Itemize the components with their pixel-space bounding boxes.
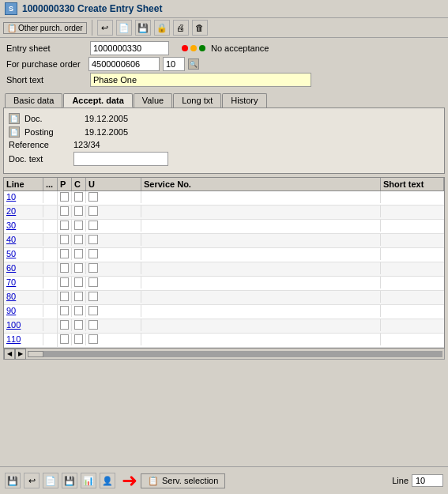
cell-line[interactable]: 80 <box>4 291 43 303</box>
cell-p[interactable] <box>58 277 72 288</box>
cell-line[interactable]: 90 <box>4 305 43 317</box>
short-text-input[interactable] <box>90 73 311 87</box>
bottom-doc-icon[interactable]: 📄 <box>43 473 58 488</box>
cell-c[interactable] <box>72 305 86 317</box>
scroll-right-button[interactable]: ▶ <box>15 349 26 360</box>
cell-line[interactable]: 10 <box>4 191 43 203</box>
cell-c[interactable] <box>72 248 86 260</box>
cell-c[interactable] <box>72 262 86 274</box>
cell-c[interactable] <box>72 319 86 331</box>
cell-short-text <box>4 331 58 334</box>
scroll-thumb[interactable] <box>28 351 43 357</box>
cell-p[interactable] <box>58 319 72 331</box>
cell-u[interactable] <box>86 234 141 246</box>
bottom-user-icon[interactable]: 👤 <box>100 473 115 488</box>
tab-accept-data[interactable]: Accept. data <box>63 93 132 107</box>
cell-line[interactable]: 60 <box>4 262 43 274</box>
cell-p[interactable] <box>58 206 72 217</box>
cell-c[interactable] <box>72 277 86 288</box>
doc-label: Doc. <box>24 114 80 123</box>
reload-icon[interactable]: ↩ <box>97 20 113 36</box>
tab-history[interactable]: History <box>222 93 266 107</box>
cell-line[interactable]: 50 <box>4 248 43 260</box>
cell-p[interactable] <box>58 191 72 203</box>
form-area: Entry sheet No acceptance For purchase o… <box>0 38 448 92</box>
cell-svc-no <box>141 319 381 331</box>
bottom-save2-icon[interactable]: 💾 <box>62 473 77 488</box>
cell-svc-no <box>141 291 381 303</box>
print-icon[interactable]: 🖨 <box>173 20 189 36</box>
scroll-track[interactable] <box>28 351 442 357</box>
bottom-chart-icon[interactable]: 📊 <box>81 473 96 488</box>
cell-u[interactable] <box>86 319 141 331</box>
cell-c[interactable] <box>72 191 86 203</box>
cell-u[interactable] <box>86 206 141 217</box>
table-row: 20 <box>4 206 444 220</box>
line-value-input[interactable] <box>412 474 443 487</box>
cell-u[interactable] <box>86 291 141 303</box>
cell-dots <box>43 248 58 260</box>
cell-p[interactable] <box>58 305 72 317</box>
cell-line[interactable]: 100 <box>4 319 43 331</box>
cell-c[interactable] <box>72 334 86 345</box>
cell-u[interactable] <box>86 191 141 203</box>
cell-svc-no <box>141 262 381 274</box>
cell-u[interactable] <box>86 277 141 288</box>
cell-c[interactable] <box>72 220 86 232</box>
bottom-back-icon[interactable]: ↩ <box>24 473 40 488</box>
cell-line[interactable]: 20 <box>4 206 43 217</box>
cell-p[interactable] <box>58 291 72 303</box>
table-row: 90 <box>4 305 444 319</box>
cell-short-text <box>4 303 58 305</box>
save-icon[interactable]: 💾 <box>135 20 151 36</box>
cell-dots <box>43 277 58 288</box>
copy-icon[interactable]: 📄 <box>116 20 132 36</box>
cell-c[interactable] <box>72 234 86 246</box>
title-bar: S 1000000330 Create Entry Sheet <box>0 0 448 18</box>
tab-basic-data[interactable]: Basic data <box>5 93 62 107</box>
cell-c[interactable] <box>72 291 86 303</box>
purchase-order-row: For purchase order 🔍 <box>6 57 442 71</box>
doc-text-input[interactable] <box>73 152 168 166</box>
bottom-save-icon[interactable]: 💾 <box>5 473 21 488</box>
cell-line[interactable]: 110 <box>4 334 43 345</box>
cell-p[interactable] <box>58 234 72 246</box>
other-purch-order-button[interactable]: 📋 Other purch. order <box>3 22 87 34</box>
cell-u[interactable] <box>86 334 141 345</box>
cell-p[interactable] <box>58 262 72 274</box>
doc-icon: 📄 <box>9 113 20 124</box>
cell-p[interactable] <box>58 334 72 345</box>
dot-yellow <box>190 45 197 51</box>
cell-line[interactable]: 70 <box>4 277 43 288</box>
tab-long-txt[interactable]: Long txt <box>173 93 221 107</box>
cell-u[interactable] <box>86 305 141 317</box>
horizontal-scrollbar[interactable]: ◀ ▶ <box>3 349 445 360</box>
lock-icon[interactable]: 🔒 <box>154 20 170 36</box>
cell-short-text <box>4 217 58 220</box>
cell-u[interactable] <box>86 248 141 260</box>
cell-line[interactable]: 30 <box>4 220 43 232</box>
tab-value[interactable]: Value <box>134 93 172 107</box>
cell-dots <box>43 291 58 303</box>
po-item-input[interactable] <box>163 57 185 71</box>
scroll-left-button[interactable]: ◀ <box>4 349 15 360</box>
doc-value: 19.12.2005 <box>85 114 128 123</box>
po-number-input[interactable] <box>88 57 160 71</box>
entry-sheet-label: Entry sheet <box>6 43 85 53</box>
cell-svc-no <box>141 248 381 260</box>
delete-icon[interactable]: 🗑 <box>192 20 208 36</box>
doc-text-label: Doc. text <box>9 154 69 164</box>
po-search-icon[interactable]: 🔍 <box>188 58 199 70</box>
cell-short-text <box>4 203 58 206</box>
col-dots: ... <box>43 178 58 190</box>
cell-c[interactable] <box>72 206 86 217</box>
cell-u[interactable] <box>86 220 141 232</box>
cell-p[interactable] <box>58 220 72 232</box>
cell-line[interactable]: 40 <box>4 234 43 246</box>
serv-selection-button[interactable]: 📋 Serv. selection <box>141 473 225 488</box>
status-indicator: No acceptance <box>182 43 269 53</box>
cell-p[interactable] <box>58 248 72 260</box>
cell-dots <box>43 262 58 274</box>
cell-u[interactable] <box>86 262 141 274</box>
entry-sheet-input[interactable] <box>90 41 169 55</box>
